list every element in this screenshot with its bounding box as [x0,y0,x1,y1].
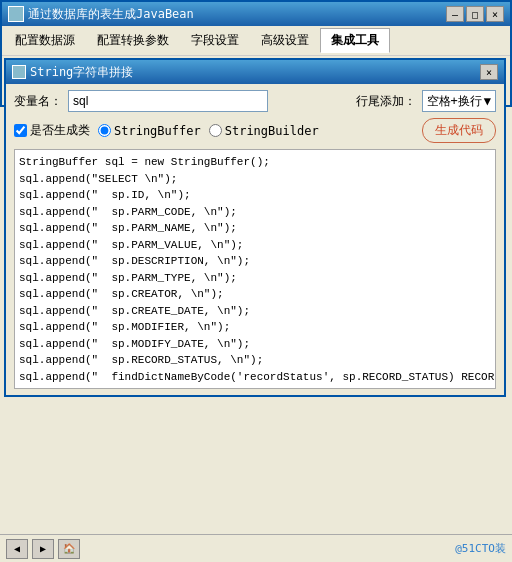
var-label: 变量名： [14,93,62,110]
stringbuilder-radio[interactable] [209,124,222,137]
tab-field-settings[interactable]: 字段设置 [180,28,250,53]
stringbuffer-label: StringBuffer [114,124,201,138]
tab-advanced-settings[interactable]: 高级设置 [250,28,320,53]
minimize-button[interactable]: — [446,6,464,22]
variable-input[interactable] [68,90,268,112]
menubar: 配置数据源 配置转换参数 字段设置 高级设置 集成工具 [2,26,510,56]
maximize-button[interactable]: □ [466,6,484,22]
row-end-label: 行尾添加： [356,93,416,110]
bottom-bar: ◀ ▶ 🏠 @51CTO装 [0,534,512,562]
inner-window: String字符串拼接 × 变量名： 行尾添加： 空格+换行 ▼ 是否生成类 [4,58,506,397]
stringbuilder-radio-label[interactable]: StringBuilder [209,124,319,138]
app-icon [8,6,24,22]
dropdown-arrow-icon: ▼ [484,94,491,108]
code-area-wrapper [14,149,496,389]
nav-back-button[interactable]: ◀ [6,539,28,559]
close-button[interactable]: × [486,6,504,22]
inner-app-icon [12,65,26,79]
generate-class-checkbox-label[interactable]: 是否生成类 [14,122,90,139]
inner-dialog-content: 变量名： 行尾添加： 空格+换行 ▼ 是否生成类 StringBuffer St… [6,84,504,395]
generate-class-checkbox[interactable] [14,124,27,137]
inner-titlebar: String字符串拼接 × [6,60,504,84]
inner-window-title: String字符串拼接 [30,64,133,81]
tab-config-convert[interactable]: 配置转换参数 [86,28,180,53]
inner-titlebar-buttons: × [480,64,498,80]
watermark: @51CTO装 [455,541,506,556]
inner-close-button[interactable]: × [480,64,498,80]
code-textarea[interactable] [15,150,495,388]
nav-forward-button[interactable]: ▶ [32,539,54,559]
tab-config-datasource[interactable]: 配置数据源 [4,28,86,53]
options-row: 是否生成类 StringBuffer StringBuilder 生成代码 [14,118,496,143]
nav-home-button[interactable]: 🏠 [58,539,80,559]
row-end-value: 空格+换行 [427,93,482,110]
generate-class-label: 是否生成类 [30,122,90,139]
row-end-dropdown[interactable]: 空格+换行 ▼ [422,90,496,112]
outer-titlebar: 通过数据库的表生成JavaBean — □ × [2,2,510,26]
tab-integration-tools[interactable]: 集成工具 [320,28,390,53]
outer-window-title: 通过数据库的表生成JavaBean [28,6,194,23]
generate-code-button[interactable]: 生成代码 [422,118,496,143]
titlebar-buttons: — □ × [446,6,504,22]
stringbuilder-label: StringBuilder [225,124,319,138]
variable-row: 变量名： 行尾添加： 空格+换行 ▼ [14,90,496,112]
stringbuffer-radio-label[interactable]: StringBuffer [98,124,201,138]
stringbuffer-radio[interactable] [98,124,111,137]
